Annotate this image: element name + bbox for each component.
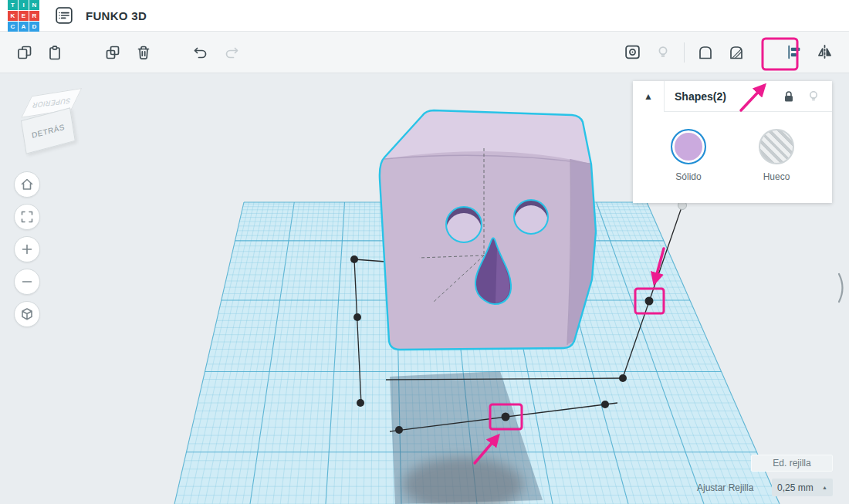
home-icon: [19, 177, 35, 192]
solid-shape-icon: [697, 44, 714, 61]
workplane[interactable]: [174, 202, 780, 504]
lightbulb-icon[interactable]: [806, 89, 821, 104]
align-handle[interactable]: [619, 374, 627, 382]
left-eye: [446, 207, 482, 249]
hole-label: Hueco: [763, 171, 790, 182]
align-handle[interactable]: [601, 401, 609, 408]
funko-cube[interactable]: [380, 110, 596, 350]
home-view-button[interactable]: [14, 171, 40, 198]
3d-viewport[interactable]: [0, 0, 849, 504]
logo-letter: E: [19, 11, 29, 21]
mirror-icon: [816, 43, 834, 61]
shapes-panel: ▲ Shapes(2) Sólido Hueco: [633, 81, 832, 203]
solid-swatch[interactable]: [671, 129, 706, 164]
app-header: T I N K E R C A D FUNKO 3D: [0, 0, 849, 32]
option-hole[interactable]: Hueco: [749, 129, 804, 182]
view-cube-front-label: DETRÁS: [31, 122, 65, 139]
zoom-out-button[interactable]: [14, 269, 40, 295]
expand-sidebar-button[interactable]: [835, 270, 849, 307]
shapes-panel-header: ▲ Shapes(2): [633, 81, 832, 112]
show-all-button[interactable]: [617, 37, 648, 68]
align-handle-highlighted-right[interactable]: [645, 297, 654, 306]
align-handle[interactable]: [395, 426, 403, 434]
trash-icon: [135, 44, 152, 61]
snap-grid-value: 0,25 mm: [777, 482, 813, 493]
design-title: FUNKO 3D: [86, 9, 147, 22]
view-nav-column: [14, 171, 40, 327]
toolbar-divider: [684, 42, 685, 63]
align-handle-highlighted-bottom[interactable]: [502, 413, 510, 421]
logo-letter: I: [19, 0, 29, 10]
logo-letter: R: [29, 11, 39, 21]
cube-shadow-plane: [390, 371, 543, 504]
chevron-right-icon: [836, 270, 848, 306]
logo-letter: A: [19, 22, 29, 32]
cube-edge: [567, 159, 571, 345]
align-handle[interactable]: [353, 313, 361, 321]
copy-button[interactable]: [9, 37, 40, 68]
undo-icon: [192, 44, 209, 61]
show-all-eye-icon: [624, 43, 641, 61]
edit-grid-button[interactable]: Ed. rejilla: [751, 455, 833, 472]
align-axis-lines-front: [390, 205, 682, 431]
annotation-box-right-handle: [635, 289, 664, 313]
snap-grid-label: Ajustar Rejilla: [697, 482, 753, 493]
paste-icon: [47, 44, 64, 61]
design-menu-button[interactable]: [52, 3, 76, 28]
right-eye: [514, 200, 548, 239]
duplicate-button[interactable]: [97, 37, 128, 68]
tinkercad-logo[interactable]: T I N K E R C A D: [8, 0, 39, 32]
lock-icon[interactable]: [781, 89, 797, 104]
hole-swatch[interactable]: [759, 129, 794, 164]
align-handle[interactable]: [357, 399, 364, 407]
duplicate-icon: [104, 44, 121, 61]
cube-front-face: [380, 110, 596, 350]
caret-up-icon: ▲: [822, 485, 827, 490]
plus-icon: [19, 242, 35, 257]
paste-button[interactable]: [40, 37, 71, 68]
perspective-toggle-button[interactable]: [14, 301, 40, 327]
minus-icon: [19, 274, 35, 289]
solid-label: Sólido: [675, 171, 701, 182]
left-eye-outline: [446, 207, 482, 242]
fit-view-button[interactable]: [14, 204, 40, 230]
hole-shape-icon: [728, 44, 745, 61]
logo-letter: D: [29, 22, 39, 32]
align-handle[interactable]: [350, 255, 358, 263]
redo-button[interactable]: [216, 37, 247, 68]
list-icon: [55, 6, 73, 25]
cube-right-face: [567, 159, 596, 344]
logo-letter: K: [8, 11, 18, 21]
undo-button[interactable]: [185, 37, 216, 68]
hole-shape-button[interactable]: [721, 37, 752, 68]
logo-letter: N: [29, 0, 39, 10]
bounding-dashed-lines: [419, 148, 484, 302]
main-toolbar: [0, 32, 849, 73]
annotation-box-bottom-handle: [490, 404, 522, 429]
shapes-panel-title: Shapes(2): [675, 90, 781, 103]
cube-soft-shadow: [403, 457, 523, 504]
view-cube-top-label: SUPERIOR: [32, 96, 72, 110]
collapse-panel-button[interactable]: ▲: [633, 81, 665, 112]
cube-top-face: [384, 110, 590, 164]
annotation-overlay: [0, 0, 849, 504]
align-button[interactable]: [778, 37, 809, 68]
delete-button[interactable]: [128, 37, 159, 68]
option-solid[interactable]: Sólido: [661, 129, 716, 182]
cube-edge: [384, 155, 590, 164]
shapes-panel-body: Sólido Hueco: [633, 112, 832, 182]
view-cube[interactable]: SUPERIOR DETRÁS: [17, 86, 93, 161]
lights-button[interactable]: [648, 37, 678, 68]
logo-letter: C: [8, 22, 18, 32]
copy-icon: [16, 44, 33, 61]
mouth-hole: [475, 238, 511, 305]
redo-icon: [223, 44, 240, 61]
mirror-button[interactable]: [809, 37, 840, 68]
snap-grid-dropdown[interactable]: 0,25 mm ▲: [772, 479, 833, 496]
collapse-panel-icon: ▲: [644, 91, 653, 102]
logo-letter: T: [8, 0, 18, 10]
solid-shape-button[interactable]: [690, 37, 721, 68]
zoom-in-button[interactable]: [14, 236, 40, 262]
cube-selection-outline: [380, 110, 596, 350]
mouth-inner-wall: [495, 249, 509, 303]
